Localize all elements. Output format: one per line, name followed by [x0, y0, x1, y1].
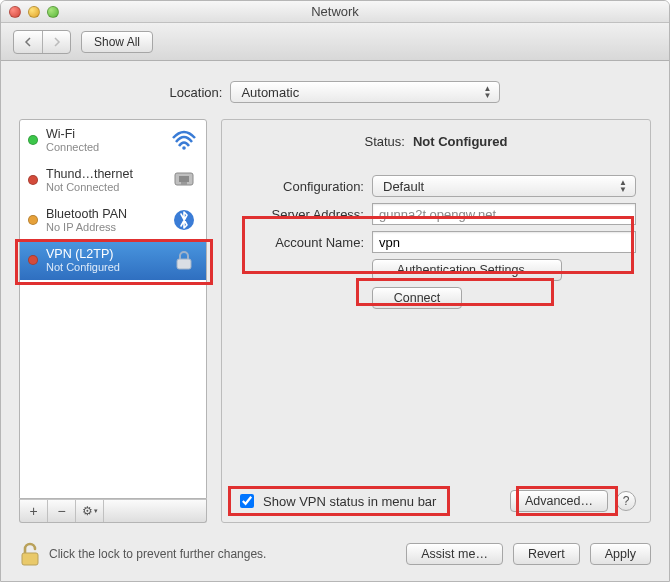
minimize-icon[interactable] — [28, 6, 40, 18]
revert-button[interactable]: Revert — [513, 543, 580, 565]
account-name-label: Account Name: — [236, 235, 364, 250]
window-title: Network — [1, 4, 669, 19]
auth-settings-label: Authentication Settings… — [397, 263, 537, 277]
sidebar-item-wifi[interactable]: Wi-Fi Connected — [20, 120, 206, 160]
account-name-input[interactable] — [372, 231, 636, 253]
sidebar: Wi-Fi Connected Thund…thernet Not Connec… — [19, 119, 207, 523]
authentication-settings-button[interactable]: Authentication Settings… — [372, 259, 562, 281]
service-action-button[interactable]: ⚙▾ — [76, 500, 104, 522]
lock-text: Click the lock to prevent further change… — [49, 547, 266, 561]
status-dot-icon — [28, 135, 38, 145]
sidebar-item-status: Connected — [46, 141, 162, 153]
minus-icon: − — [57, 503, 65, 519]
status-label: Status: — [364, 134, 404, 149]
sidebar-item-thunderbolt-ethernet[interactable]: Thund…thernet Not Connected — [20, 160, 206, 200]
titlebar: Network — [1, 1, 669, 23]
location-label: Location: — [170, 85, 223, 100]
lock-row: Click the lock to prevent further change… — [19, 541, 396, 567]
nav-segmented — [13, 30, 71, 54]
status-row: Status: Not Configured — [236, 134, 636, 149]
zoom-icon[interactable] — [47, 6, 59, 18]
vpn-form: Configuration: Default ▲▼ Server Address… — [236, 175, 636, 309]
status-dot-icon — [28, 215, 38, 225]
svg-rect-6 — [22, 553, 38, 565]
apply-button[interactable]: Apply — [590, 543, 651, 565]
lock-icon[interactable] — [19, 541, 41, 567]
show-all-button[interactable]: Show All — [81, 31, 153, 53]
add-service-button[interactable]: + — [20, 500, 48, 522]
plus-icon: + — [29, 503, 37, 519]
sidebar-item-status: Not Connected — [46, 181, 162, 193]
show-all-label: Show All — [94, 35, 140, 49]
forward-button[interactable] — [42, 31, 70, 53]
service-list: Wi-Fi Connected Thund…thernet Not Connec… — [19, 119, 207, 499]
assist-me-button[interactable]: Assist me… — [406, 543, 503, 565]
show-vpn-status-label: Show VPN status in menu bar — [263, 494, 436, 509]
sidebar-buttons: + − ⚙▾ — [19, 499, 207, 523]
footer: Click the lock to prevent further change… — [1, 533, 669, 581]
sidebar-item-label: Thund…thernet — [46, 167, 162, 181]
sidebar-item-label: VPN (L2TP) — [46, 247, 162, 261]
bluetooth-icon — [170, 206, 198, 234]
sidebar-item-label: Bluetooth PAN — [46, 207, 162, 221]
remove-service-button[interactable]: − — [48, 500, 76, 522]
detail-panel: Status: Not Configured Configuration: De… — [221, 119, 651, 523]
detail-bottom-row: Show VPN status in menu bar Advanced… ? — [236, 490, 636, 512]
server-address-input[interactable] — [372, 203, 636, 225]
gear-icon: ⚙▾ — [82, 504, 98, 518]
chevron-updown-icon: ▲▼ — [479, 84, 495, 100]
advanced-button[interactable]: Advanced… — [510, 490, 608, 512]
show-vpn-status-input[interactable] — [240, 494, 254, 508]
wifi-icon — [170, 126, 198, 154]
ethernet-icon — [170, 166, 198, 194]
sidebar-item-status: Not Configured — [46, 261, 162, 273]
server-address-label: Server Address: — [236, 207, 364, 222]
status-value: Not Configured — [413, 134, 508, 149]
columns: Wi-Fi Connected Thund…thernet Not Connec… — [19, 119, 651, 523]
close-icon[interactable] — [9, 6, 21, 18]
traffic-lights — [9, 6, 59, 18]
show-vpn-status-checkbox[interactable]: Show VPN status in menu bar — [236, 491, 436, 511]
sidebar-item-vpn[interactable]: VPN (L2TP) Not Configured — [20, 240, 206, 280]
chevron-updown-icon: ▲▼ — [615, 178, 631, 194]
sidebar-item-label: Wi-Fi — [46, 127, 162, 141]
configuration-value: Default — [383, 179, 424, 194]
location-value: Automatic — [241, 85, 299, 100]
svg-rect-3 — [181, 182, 187, 185]
vpn-lock-icon — [170, 246, 198, 274]
help-icon: ? — [623, 494, 630, 508]
svg-rect-5 — [177, 259, 191, 269]
network-prefs-window: Network Show All Location: Automatic ▲▼ — [0, 0, 670, 582]
connect-button[interactable]: Connect — [372, 287, 462, 309]
back-button[interactable] — [14, 31, 42, 53]
connect-label: Connect — [394, 291, 441, 305]
assist-me-label: Assist me… — [421, 547, 488, 561]
status-dot-icon — [28, 255, 38, 265]
status-dot-icon — [28, 175, 38, 185]
svg-rect-2 — [179, 176, 189, 182]
toolbar: Show All — [1, 23, 669, 61]
location-row: Location: Automatic ▲▼ — [19, 81, 651, 103]
configuration-popup[interactable]: Default ▲▼ — [372, 175, 636, 197]
advanced-label: Advanced… — [525, 494, 593, 508]
revert-label: Revert — [528, 547, 565, 561]
help-button[interactable]: ? — [616, 491, 636, 511]
apply-label: Apply — [605, 547, 636, 561]
svg-point-0 — [182, 146, 186, 150]
configuration-label: Configuration: — [236, 179, 364, 194]
location-popup[interactable]: Automatic ▲▼ — [230, 81, 500, 103]
sidebar-item-status: No IP Address — [46, 221, 162, 233]
sidebar-item-bluetooth-pan[interactable]: Bluetooth PAN No IP Address — [20, 200, 206, 240]
content: Location: Automatic ▲▼ Wi-Fi Connected — [1, 61, 669, 533]
